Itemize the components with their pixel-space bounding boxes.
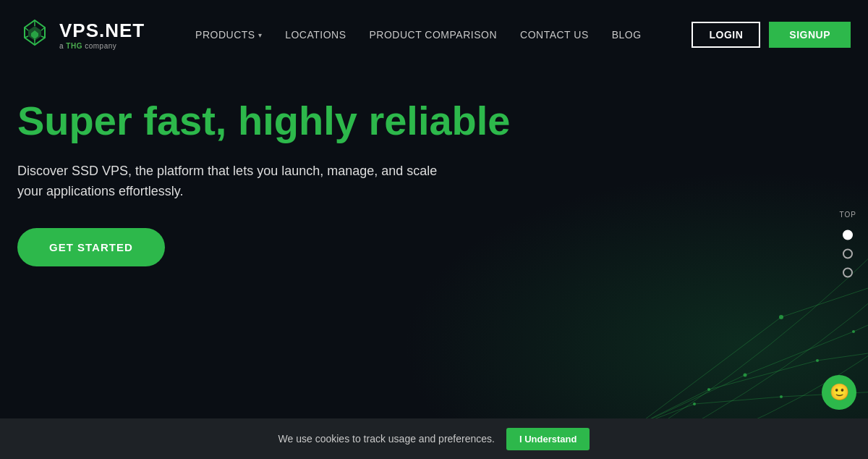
svg-point-25 — [779, 315, 783, 319]
nav-contact-us[interactable]: CONTACT US — [520, 29, 589, 41]
products-dropdown-arrow: ▾ — [258, 31, 263, 39]
logo-icon — [17, 17, 52, 52]
logo[interactable]: VPS.NET a THG company — [17, 17, 145, 52]
nav-products[interactable]: PRODUCTS ▾ — [195, 29, 262, 41]
chat-icon: 🙂 — [830, 383, 849, 402]
nav-product-comparison[interactable]: PRODUCT COMPARISON — [370, 29, 498, 41]
login-button[interactable]: LOGIN — [692, 22, 760, 48]
hero-title: Super fast, highly reliable — [17, 98, 524, 143]
side-navigation: TOP — [840, 211, 856, 278]
signup-button[interactable]: SIGNUP — [769, 22, 851, 48]
navbar: VPS.NET a THG company PRODUCTS ▾ LOCATIO… — [0, 0, 868, 70]
svg-point-27 — [744, 374, 747, 377]
logo-thg: THG — [66, 42, 82, 50]
side-nav-dot-3[interactable] — [843, 268, 853, 278]
cookie-accept-button[interactable]: I Understand — [506, 428, 590, 450]
svg-point-28 — [852, 330, 855, 333]
hero-content: Super fast, highly reliable Discover SSD… — [17, 98, 524, 266]
get-started-button[interactable]: GET STARTED — [17, 228, 165, 266]
svg-point-32 — [780, 395, 783, 398]
hero-section: Super fast, highly reliable Discover SSD… — [0, 70, 868, 418]
svg-point-30 — [816, 359, 819, 362]
nav-links: PRODUCTS ▾ LOCATIONS PRODUCT COMPARISON … — [195, 29, 642, 41]
svg-point-31 — [693, 403, 696, 405]
logo-brand-name: VPS.NET — [59, 20, 145, 42]
nav-blog[interactable]: BLOG — [612, 29, 642, 41]
cookie-message: We use cookies to track usage and prefer… — [278, 433, 495, 445]
chat-widget[interactable]: 🙂 — [822, 375, 856, 410]
hero-subtitle: Discover SSD VPS, the platform that lets… — [17, 161, 451, 203]
logo-tagline: a THG company — [59, 42, 145, 50]
nav-actions: LOGIN SIGNUP — [692, 22, 851, 48]
side-nav-dot-2[interactable] — [843, 249, 853, 259]
logo-text: VPS.NET a THG company — [59, 20, 145, 50]
side-nav-dot-1[interactable] — [843, 230, 853, 240]
cookie-banner: We use cookies to track usage and prefer… — [0, 418, 868, 459]
side-nav-top-label: TOP — [840, 211, 856, 219]
nav-locations[interactable]: LOCATIONS — [285, 29, 346, 41]
